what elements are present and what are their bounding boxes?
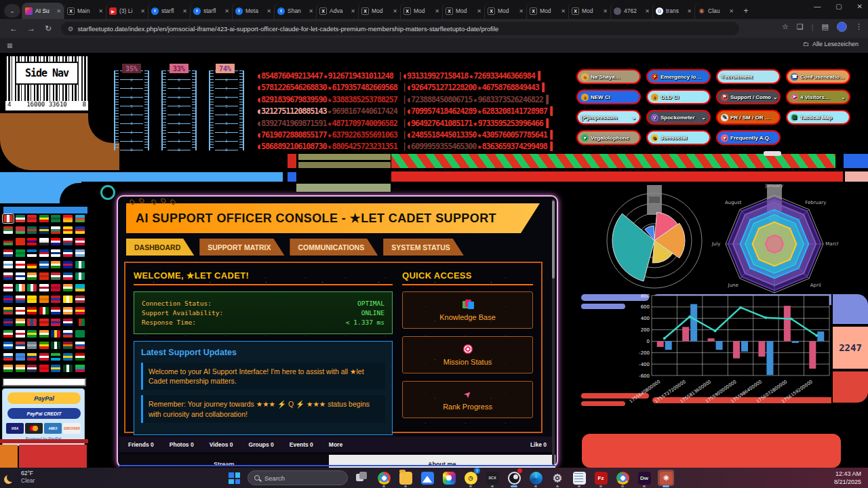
mountain-app-icon[interactable] <box>419 470 435 486</box>
social-item-events[interactable]: Events 0 <box>290 441 313 448</box>
country-flag[interactable] <box>63 238 73 245</box>
tab-close-icon[interactable]: ✕ <box>351 8 355 14</box>
tab-close-icon[interactable]: ✕ <box>140 8 145 14</box>
country-flag[interactable] <box>39 238 49 245</box>
console-tab-dashboard[interactable]: DASHBOARD <box>126 239 194 256</box>
country-flag[interactable] <box>16 272 25 280</box>
country-flag[interactable] <box>27 296 37 303</box>
country-flag[interactable] <box>51 249 60 257</box>
country-flag[interactable] <box>16 249 25 257</box>
lcars-button[interactable]: ☻Jomsocial <box>646 130 711 145</box>
claude-icon[interactable]: ✳ <box>658 470 674 486</box>
country-flag[interactable] <box>75 261 85 268</box>
lcars-button[interactable]: VSpockometer⌄ <box>646 110 711 125</box>
browser-tab[interactable]: XAdva✕ <box>316 3 358 19</box>
country-flag[interactable] <box>27 365 37 372</box>
country-flag[interactable] <box>63 284 73 291</box>
country-flag[interactable] <box>63 307 73 314</box>
console-tab-system-status[interactable]: SYSTEM STATUS <box>383 239 464 256</box>
country-flag[interactable] <box>51 353 60 361</box>
country-flag[interactable] <box>16 342 25 349</box>
country-flag[interactable] <box>27 353 37 361</box>
country-flag[interactable] <box>75 365 85 372</box>
country-flag[interactable] <box>3 238 13 245</box>
country-flag[interactable] <box>39 284 49 291</box>
country-flag[interactable] <box>39 319 49 326</box>
country-flag[interactable] <box>51 342 60 349</box>
country-flag[interactable] <box>27 307 37 314</box>
country-flag[interactable] <box>63 319 73 326</box>
country-flag[interactable] <box>16 284 25 291</box>
country-flag[interactable] <box>51 319 60 326</box>
reading-list-icon[interactable]: ▤ <box>822 22 829 31</box>
start-button[interactable] <box>229 472 240 484</box>
lcars-button[interactable]: ☎ConFuseneatio… <box>786 69 850 84</box>
country-flag[interactable] <box>75 215 85 222</box>
menu-icon[interactable]: ⋮ <box>855 22 863 31</box>
profile-avatar[interactable] <box>837 22 847 32</box>
tab-close-icon[interactable]: ✕ <box>435 8 439 14</box>
country-flag[interactable] <box>63 226 73 234</box>
file-explorer-icon[interactable] <box>397 470 414 486</box>
country-flag[interactable] <box>3 284 13 291</box>
social-item-groups[interactable]: Groups 0 <box>249 441 274 448</box>
tab-close-icon[interactable]: ✕ <box>603 8 608 14</box>
apps-grid-icon[interactable]: ▦ <box>7 42 13 49</box>
browser-tab[interactable]: ✳Clau✕ <box>694 3 736 19</box>
country-flag[interactable] <box>39 353 49 361</box>
lcars-button[interactable]: ♥Vegalolophone <box>576 130 641 145</box>
alarm-icon[interactable]: ◷7 <box>462 470 479 486</box>
country-flag[interactable] <box>39 330 49 338</box>
tab-close-icon[interactable]: ✕ <box>561 8 566 14</box>
settings-icon[interactable]: ⚙ <box>549 470 566 486</box>
all-bookmarks-button[interactable]: 🗀 Alle Lesezeichen <box>803 41 859 47</box>
country-flag[interactable] <box>27 215 37 222</box>
country-flag[interactable] <box>39 365 49 372</box>
task-view-icon[interactable] <box>354 470 370 486</box>
lcars-button[interactable]: [P]Impressum⌄ <box>576 110 641 125</box>
country-flag[interactable] <box>3 353 13 361</box>
country-flag[interactable] <box>27 238 37 245</box>
country-flag[interactable] <box>3 342 13 349</box>
country-flag[interactable] <box>51 226 60 234</box>
taskbar-clock[interactable]: 12:43 AM 8/21/2025 <box>834 470 861 486</box>
tab-close-icon[interactable]: ✕ <box>309 8 313 14</box>
tab-close-icon[interactable]: ✕ <box>393 8 397 14</box>
country-flag[interactable] <box>75 238 85 245</box>
tab-close-icon[interactable]: ✕ <box>645 8 650 14</box>
side-nav-barcode[interactable]: Side Nav 416000 336108 <box>5 56 88 110</box>
lcars-button[interactable]: ®ecruitment <box>716 69 781 84</box>
paypal-button[interactable]: PayPal <box>7 392 81 404</box>
lcars-button[interactable]: ⚑Support / Como⌄ <box>716 89 781 104</box>
edge-icon[interactable] <box>528 470 544 486</box>
extensions-icon[interactable]: ❏ <box>797 22 804 31</box>
country-flag[interactable] <box>51 215 60 222</box>
country-flag[interactable] <box>16 215 25 222</box>
country-flag[interactable] <box>39 296 49 303</box>
country-flag[interactable] <box>75 342 85 349</box>
country-flag[interactable] <box>16 330 25 338</box>
country-flag[interactable] <box>16 319 25 326</box>
country-flag[interactable] <box>27 272 37 280</box>
login-input[interactable] <box>2 378 86 386</box>
browser-tab[interactable]: XMain✕ <box>64 3 106 19</box>
tab-search-button[interactable]: ⌄ <box>4 4 20 18</box>
social-item-friends[interactable]: Friends 0 <box>128 441 154 448</box>
country-flag[interactable] <box>75 284 85 291</box>
console-tab-support-matrix[interactable]: SUPPORT MATRIX <box>199 239 284 256</box>
tab-close-icon[interactable]: ✕ <box>687 8 692 14</box>
console-tab-communications[interactable]: COMMUNICATIONS <box>290 239 378 256</box>
country-flag[interactable] <box>75 272 85 280</box>
browser-tab[interactable]: fstarfl✕ <box>148 3 190 19</box>
filezilla-icon[interactable]: Fz <box>593 470 609 486</box>
country-flag[interactable] <box>3 307 13 314</box>
lcars-button[interactable]: ➤4 Visitors…⌄ <box>786 89 850 104</box>
country-flag[interactable] <box>75 319 85 326</box>
country-flag[interactable] <box>3 296 13 303</box>
country-flag[interactable] <box>16 307 25 314</box>
lcars-button[interactable]: ♪OLD Cl <box>646 89 711 104</box>
country-flag[interactable] <box>63 342 73 349</box>
browser-tab[interactable]: ▶(3) Li✕ <box>106 3 148 19</box>
address-bar[interactable]: ⚙ starfleetupto.date/index.php/en/jomsoc… <box>61 22 739 35</box>
country-flag[interactable] <box>16 353 25 361</box>
